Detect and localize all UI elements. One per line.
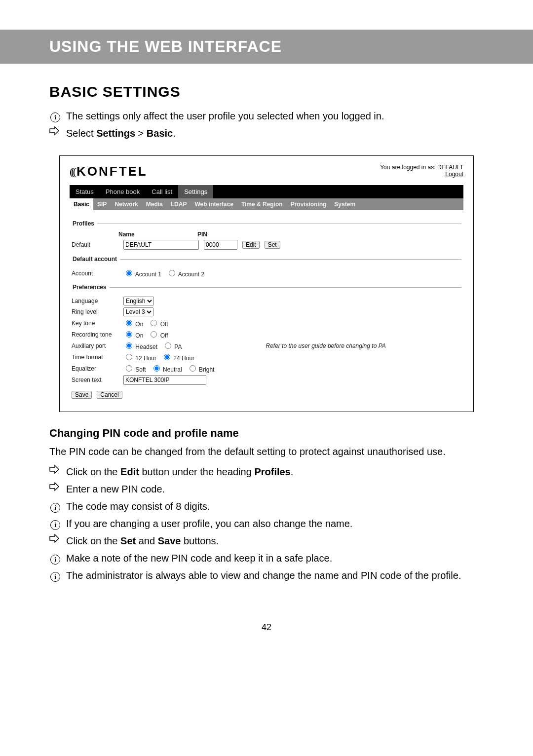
sub-tab-bar: BasicSIPNetworkMediaLDAPWeb interfaceTim… (70, 198, 463, 210)
eq-option-soft[interactable]: Soft (123, 366, 146, 373)
timefmt-option-12-hour[interactable]: 12 Hour (123, 355, 156, 362)
profile-name-input[interactable] (123, 240, 199, 250)
screen-text-input[interactable] (123, 375, 206, 385)
page-number: 42 (49, 622, 484, 633)
logout-link[interactable]: Logout (445, 171, 463, 178)
column-header-name: Name (118, 231, 192, 238)
sub-tab-system[interactable]: System (330, 198, 359, 210)
info-icon: i (49, 568, 61, 583)
eq-option-neutral[interactable]: Neutral (151, 366, 182, 373)
default-account-legend: Default account (72, 256, 120, 263)
set-button[interactable]: Set (265, 241, 280, 249)
aux-option-pa[interactable]: PA (162, 343, 182, 350)
save-button[interactable]: Save (72, 391, 92, 399)
aux-note: Refer to the user guide before changing … (266, 342, 385, 349)
main-tab-bar: StatusPhone bookCall listSettings (70, 185, 463, 198)
rectone-radio-group[interactable]: On Off (123, 330, 173, 339)
main-tab-call-list[interactable]: Call list (146, 185, 178, 198)
step-2: Enter a new PIN code. (66, 482, 165, 496)
sub-tab-time-region[interactable]: Time & Region (237, 198, 287, 210)
main-tab-status[interactable]: Status (70, 185, 100, 198)
language-select[interactable]: English (123, 297, 154, 305)
label-equalizer: Equalizer (72, 365, 118, 372)
cancel-button[interactable]: Cancel (97, 391, 122, 399)
label-recording-tone: Recording tone (72, 331, 118, 338)
keytone-option-on[interactable]: On (123, 321, 143, 328)
note-1: The code may consist of 8 digits. (66, 499, 210, 514)
rectone-option-off[interactable]: Off (148, 332, 168, 339)
account-option-account-1[interactable]: Account 1 (123, 271, 161, 278)
sub-tab-web-interface[interactable]: Web interface (190, 198, 237, 210)
label-time-format: Time format (72, 354, 118, 361)
main-tab-phone-book[interactable]: Phone book (100, 185, 146, 198)
keytone-radio-group[interactable]: On Off (123, 318, 173, 328)
timefmt-option-24-hour[interactable]: 24 Hour (161, 355, 194, 362)
label-aux-port: Auxiliary port (72, 342, 118, 349)
sub-tab-basic[interactable]: Basic (70, 198, 93, 210)
arrow-icon (49, 126, 61, 135)
label-key-tone: Key tone (72, 320, 118, 327)
arrow-icon (49, 534, 61, 543)
info-icon: i (49, 551, 61, 566)
account-radio-group[interactable]: Account 1 Account 2 (123, 268, 209, 278)
sub-tab-media[interactable]: Media (142, 198, 167, 210)
preferences-legend: Preferences (72, 284, 110, 291)
note-3: Make a note of the new PIN code and keep… (66, 551, 332, 566)
profile-pin-input[interactable] (204, 240, 237, 250)
note-2: If you are changing a user profile, you … (66, 517, 352, 531)
column-header-pin: PIN (197, 231, 232, 238)
label-ring-level: Ring level (72, 308, 118, 315)
keytone-option-off[interactable]: Off (148, 321, 168, 328)
step-3: Click on the Set and Save buttons. (66, 534, 219, 548)
login-status: You are logged in as: DEFAULT Logout (380, 164, 463, 178)
subsection-heading: Changing PIN code and profile name (49, 427, 484, 440)
subsection-body: The PIN code can be changed from the def… (49, 445, 484, 459)
sub-tab-ldap[interactable]: LDAP (167, 198, 191, 210)
edit-button[interactable]: Edit (242, 241, 260, 249)
eq-radio-group[interactable]: Soft Neutral Bright (123, 364, 219, 373)
page-banner: USING THE WEB INTERFACE (0, 30, 533, 64)
arrow-icon (49, 482, 61, 491)
step-1: Click on the Edit button under the headi… (66, 465, 293, 479)
section-heading: BASIC SETTINGS (49, 83, 484, 100)
timefmt-radio-group[interactable]: 12 Hour 24 Hour (123, 352, 199, 362)
main-tab-settings[interactable]: Settings (178, 185, 213, 198)
arrow-icon (49, 465, 61, 474)
label-language: Language (72, 298, 118, 304)
info-icon: i (49, 499, 61, 514)
web-ui-screenshot: ((( KONFTEL You are logged in as: DEFAUL… (59, 155, 474, 412)
ring-level-select[interactable]: Level 3 (123, 307, 153, 316)
intro-info-text: The settings only affect the user profil… (66, 109, 384, 123)
intro-step-text: Select Settings > Basic. (66, 126, 176, 141)
logo-waves-icon: ((( (70, 165, 75, 178)
info-icon: i (49, 109, 61, 123)
sub-tab-provisioning[interactable]: Provisioning (287, 198, 331, 210)
aux-radio-group[interactable]: Headset PA (123, 341, 187, 350)
sub-tab-network[interactable]: Network (111, 198, 142, 210)
konftel-logo: ((( KONFTEL (70, 164, 148, 179)
profiles-legend: Profiles (72, 220, 97, 227)
label-account: Account (72, 270, 118, 277)
sub-tab-sip[interactable]: SIP (93, 198, 111, 210)
account-option-account-2[interactable]: Account 2 (166, 271, 204, 278)
rectone-option-on[interactable]: On (123, 332, 143, 339)
note-4: The administrator is always able to view… (66, 568, 461, 583)
label-default: Default (72, 241, 118, 248)
label-screen-text: Screen text (72, 377, 118, 383)
aux-option-headset[interactable]: Headset (123, 343, 157, 350)
info-icon: i (49, 517, 61, 531)
eq-option-bright[interactable]: Bright (187, 366, 215, 373)
